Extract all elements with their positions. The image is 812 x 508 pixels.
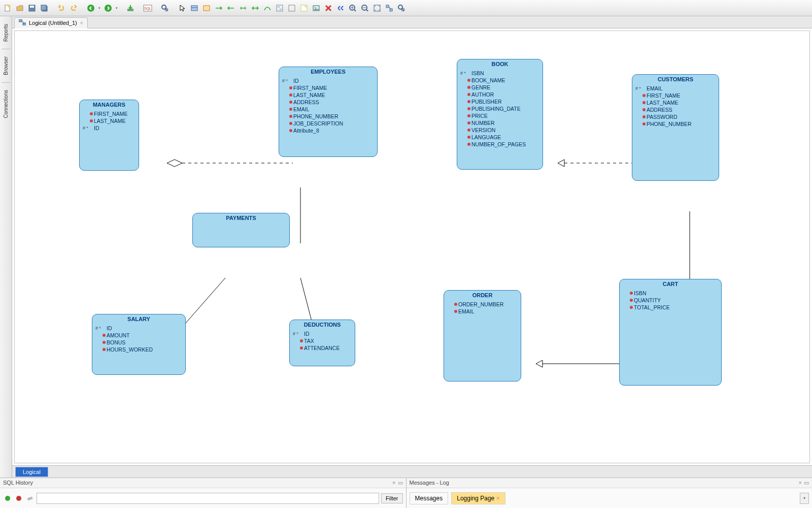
close-icon[interactable]: × [799, 480, 802, 486]
rel-n1-icon[interactable] [225, 3, 236, 14]
attribute-row[interactable]: BOOK_NAME [460, 77, 539, 84]
note-icon[interactable] [286, 3, 297, 14]
attribute-row[interactable]: NUMBER [460, 119, 539, 126]
sidebar-tab-browser[interactable]: Browser [2, 52, 10, 80]
attribute-row[interactable]: PHONE_NUMBER [282, 113, 374, 120]
attribute-row[interactable]: HOURS_WORKED [95, 346, 182, 353]
delete-icon[interactable] [323, 3, 334, 14]
entity-book[interactable]: BOOK#*ISBNBOOK_NAMEGENREAUTHORPUBLISHERP… [457, 59, 543, 170]
filter-input[interactable] [37, 493, 379, 504]
new-entity-icon[interactable] [189, 3, 200, 14]
undo-icon[interactable] [56, 3, 67, 14]
attribute-row[interactable]: PRICE [460, 112, 539, 119]
doc-tab-logical[interactable]: Logical (Untitled_1) × [14, 17, 88, 28]
attribute-row[interactable]: TAX [293, 337, 352, 344]
rel-1n-icon[interactable] [213, 3, 224, 14]
entity-payments[interactable]: PAYMENTS [192, 213, 290, 247]
attribute-row[interactable]: PUBLISHER [460, 98, 539, 105]
nav-back-icon[interactable] [85, 3, 96, 14]
tab-messages[interactable]: Messages [410, 492, 449, 504]
minimize-icon[interactable]: ▭ [398, 480, 403, 486]
attribute-row[interactable]: EMAIL [447, 308, 518, 315]
nav-fwd-dropdown-icon[interactable]: ▾ [115, 3, 119, 14]
attribute-row[interactable]: #*ID [95, 325, 182, 332]
attribute-row[interactable]: LAST_NAME [282, 91, 374, 99]
recycle-dropdown-icon[interactable]: ▾ [800, 493, 809, 504]
attribute-row[interactable]: Attribute_8 [282, 127, 374, 134]
synch-icon[interactable] [335, 3, 346, 14]
rel-arc-icon[interactable] [262, 3, 273, 14]
attribute-row[interactable]: FIRST_NAME [282, 84, 374, 91]
attribute-row[interactable]: LAST_NAME [635, 99, 716, 106]
auto-layout-icon[interactable] [384, 3, 395, 14]
nav-back-dropdown-icon[interactable]: ▾ [97, 3, 101, 14]
entity-deductions[interactable]: DEDUCTIONS#*IDTAXATTENDANCE [289, 320, 355, 366]
sidebar-tab-connections[interactable]: Connections [2, 85, 10, 123]
redo-icon[interactable] [68, 3, 79, 14]
new-view-icon[interactable] [201, 3, 212, 14]
attribute-row[interactable]: LANGUAGE [460, 134, 539, 141]
entity-managers[interactable]: MANAGERSFIRST_NAMELAST_NAME#*ID [79, 100, 139, 171]
sql-icon[interactable]: SQL [142, 3, 153, 14]
attribute-row[interactable]: EMAIL [282, 106, 374, 113]
commit-icon[interactable] [125, 3, 136, 14]
attribute-row[interactable]: #*ID [293, 330, 352, 337]
attribute-row[interactable]: ISBN [623, 290, 718, 297]
attribute-row[interactable]: ADDRESS [282, 99, 374, 106]
diagram-canvas[interactable]: MANAGERSFIRST_NAMELAST_NAME#*IDEMPLOYEES… [14, 30, 810, 463]
fit-icon[interactable] [371, 3, 383, 14]
attribute-row[interactable]: #*EMAIL [635, 85, 716, 92]
zoom-in-icon[interactable] [347, 3, 358, 14]
minimize-icon[interactable]: ▭ [804, 480, 809, 486]
attribute-row[interactable]: PASSWORD [635, 113, 716, 120]
eraser-icon[interactable] [25, 494, 35, 503]
attribute-row[interactable]: TOTAL_PRICE [623, 304, 718, 311]
attribute-row[interactable]: #*ID [282, 77, 374, 84]
tab-logging-page[interactable]: Logging Page × [451, 492, 505, 504]
attribute-row[interactable]: #*ISBN [460, 70, 539, 77]
nav-fwd-icon[interactable] [103, 3, 114, 14]
pointer-icon[interactable] [177, 3, 188, 14]
attribute-row[interactable]: PHONE_NUMBER [635, 120, 716, 128]
attribute-row[interactable]: ATTENDANCE [293, 344, 352, 352]
entity-order[interactable]: ORDERORDER_NUMBEREMAIL [444, 290, 521, 382]
rel-nn-icon[interactable] [250, 3, 261, 14]
sidebar-tab-reports[interactable]: Reports [2, 19, 10, 46]
find-icon[interactable] [159, 3, 171, 14]
entity-cart[interactable]: CARTISBNQUANTITYTOTAL_PRICE [619, 279, 722, 386]
attribute-row[interactable]: PUBLISHING_DATE [460, 105, 539, 112]
attribute-row[interactable]: AUTHOR [460, 91, 539, 98]
rel-11-icon[interactable] [238, 3, 249, 14]
sub-view-icon[interactable] [274, 3, 285, 14]
attribute-row[interactable]: LAST_NAME [83, 117, 136, 124]
attribute-row[interactable]: FIRST_NAME [83, 110, 136, 117]
attribute-row[interactable]: AMOUNT [95, 332, 182, 339]
attribute-row[interactable]: QUANTITY [623, 297, 718, 304]
attribute-row[interactable]: ADDRESS [635, 106, 716, 113]
new-icon[interactable] [2, 3, 13, 14]
attribute-row[interactable]: NUMBER_OF_PAGES [460, 141, 539, 148]
close-icon[interactable]: × [392, 480, 395, 486]
pin-green-icon[interactable] [3, 494, 12, 503]
close-icon[interactable]: × [80, 20, 83, 26]
open-icon[interactable] [14, 3, 25, 14]
attribute-row[interactable]: GENRE [460, 84, 539, 91]
entity-salary[interactable]: SALARY#*IDAMOUNTBONUSHOURS_WORKED [92, 314, 186, 375]
attribute-row[interactable]: VERSION [460, 126, 539, 134]
attribute-row[interactable]: #*ID [83, 124, 136, 132]
attribute-row[interactable]: ORDER_NUMBER [447, 301, 518, 308]
view-tab-logical[interactable]: Logical [15, 467, 48, 477]
filter-button[interactable]: Filter [381, 493, 402, 503]
zoom-out-icon[interactable] [359, 3, 370, 14]
save-all-icon[interactable] [39, 3, 50, 14]
entity-employees[interactable]: EMPLOYEES#*IDFIRST_NAMELAST_NAMEADDRESSE… [279, 67, 378, 157]
attribute-row[interactable]: BONUS [95, 339, 182, 346]
save-icon[interactable] [26, 3, 38, 14]
pin-red-icon[interactable] [14, 494, 23, 503]
image-icon[interactable] [311, 3, 322, 14]
attribute-row[interactable]: JOB_DESCRIPTION [282, 120, 374, 127]
attribute-row[interactable]: FIRST_NAME [635, 92, 716, 99]
note2-icon[interactable] [298, 3, 310, 14]
entity-customers[interactable]: CUSTOMERS#*EMAILFIRST_NAMELAST_NAMEADDRE… [632, 74, 719, 181]
find-diag-icon[interactable] [396, 3, 407, 14]
